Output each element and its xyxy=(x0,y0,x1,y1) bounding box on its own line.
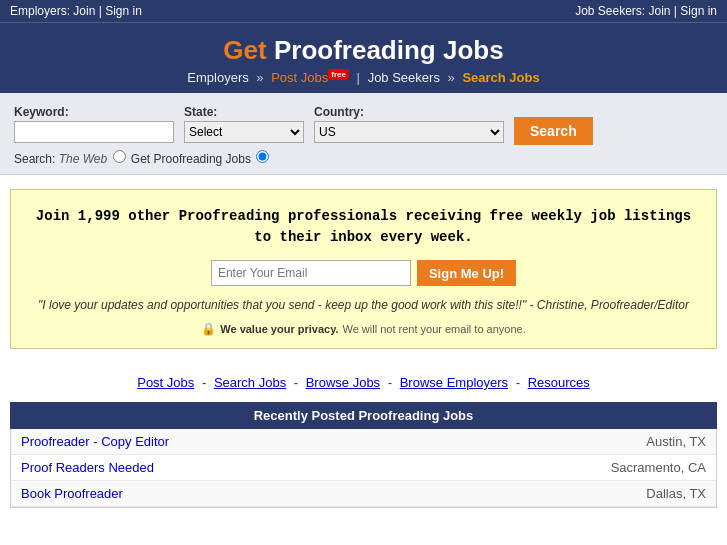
nav-sep-3: » xyxy=(448,70,455,85)
search-site-label: Get Proofreading Jobs xyxy=(131,152,251,166)
job-title-link[interactable]: Proof Readers Needed xyxy=(21,460,154,475)
search-web-radio[interactable] xyxy=(113,150,126,163)
post-jobs-link[interactable]: Post Jobs xyxy=(271,70,328,85)
jobseekers-top-link[interactable]: Job Seekers: Join | Sign in xyxy=(575,4,717,18)
nav-sep-1: » xyxy=(256,70,263,85)
recently-posted-section: Recently Posted Proofreading Jobs Proofr… xyxy=(10,402,717,508)
privacy-row: 🔒 We value your privacy. We will not ren… xyxy=(25,322,702,336)
keyword-label: Keyword: xyxy=(14,105,174,119)
header-nav: Employers » Post Jobsfree | Job Seekers … xyxy=(0,70,727,85)
job-location: Dallas, TX xyxy=(646,486,706,501)
table-row: Proofreader - Copy Editor Austin, TX xyxy=(11,429,716,455)
state-field-group: State: SelectAlabamaAlaskaArizonaArkansa… xyxy=(184,105,304,143)
nav-links-bar: Post Jobs - Search Jobs - Browse Jobs - … xyxy=(0,363,727,402)
nav-link-post-jobs[interactable]: Post Jobs xyxy=(137,375,194,390)
employers-top-link[interactable]: Employers: Join | Sign in xyxy=(10,4,142,18)
email-input[interactable] xyxy=(211,260,411,286)
search-web-label: The Web xyxy=(59,152,107,166)
job-list: Proofreader - Copy Editor Austin, TX Pro… xyxy=(10,429,717,508)
search-jobs-link[interactable]: Search Jobs xyxy=(462,70,539,85)
nav-link-browse-employers[interactable]: Browse Employers xyxy=(400,375,508,390)
nav-link-resources[interactable]: Resources xyxy=(528,375,590,390)
country-field-group: Country: USCanadaUnited KingdomAustralia xyxy=(314,105,504,143)
country-select[interactable]: USCanadaUnited KingdomAustralia xyxy=(314,121,504,143)
site-title: Get Proofreading Jobs xyxy=(0,35,727,66)
keyword-input[interactable] xyxy=(14,121,174,143)
search-bar: Keyword: State: SelectAlabamaAlaskaArizo… xyxy=(0,93,727,175)
country-label: Country: xyxy=(314,105,504,119)
table-row: Proof Readers Needed Sacramento, CA xyxy=(11,455,716,481)
job-title: Book Proofreader xyxy=(21,486,123,501)
nav-sep: - xyxy=(198,375,210,390)
employers-link[interactable]: Employers xyxy=(187,70,248,85)
job-title: Proofreader - Copy Editor xyxy=(21,434,169,449)
state-select[interactable]: SelectAlabamaAlaskaArizonaArkansasCalifo… xyxy=(184,121,304,143)
title-main: Proofreading Jobs xyxy=(267,35,504,65)
nav-sep: - xyxy=(384,375,396,390)
top-bar: Employers: Join | Sign in Job Seekers: J… xyxy=(0,0,727,22)
job-title-link[interactable]: Proofreader - Copy Editor xyxy=(21,434,169,449)
job-seekers-link[interactable]: Job Seekers xyxy=(368,70,440,85)
privacy-strong: We value your privacy. xyxy=(220,323,338,335)
nav-sep: - xyxy=(512,375,524,390)
search-web-row: Search: The Web Get Proofreading Jobs xyxy=(14,150,713,166)
search-fields: Keyword: State: SelectAlabamaAlaskaArizo… xyxy=(14,103,713,145)
keyword-field-group: Keyword: xyxy=(14,105,174,143)
table-row: Book Proofreader Dallas, TX xyxy=(11,481,716,507)
state-label: State: xyxy=(184,105,304,119)
nav-sep: - xyxy=(290,375,302,390)
title-get: Get xyxy=(223,35,266,65)
nav-link-browse-jobs[interactable]: Browse Jobs xyxy=(306,375,380,390)
job-location: Austin, TX xyxy=(646,434,706,449)
privacy-sub: We will not rent your email to anyone. xyxy=(342,323,525,335)
newsletter-form: Sign Me Up! xyxy=(25,260,702,286)
newsletter-main-text: Join 1,999 other Proofreading profession… xyxy=(25,206,702,248)
site-header: Get Proofreading Jobs Employers » Post J… xyxy=(0,22,727,93)
testimonial-text: "I love your updates and opportunities t… xyxy=(25,296,702,314)
search-site-radio[interactable] xyxy=(256,150,269,163)
job-title-link[interactable]: Book Proofreader xyxy=(21,486,123,501)
job-location: Sacramento, CA xyxy=(611,460,706,475)
newsletter-section: Join 1,999 other Proofreading profession… xyxy=(10,189,717,349)
free-badge: free xyxy=(328,69,349,80)
signup-button[interactable]: Sign Me Up! xyxy=(417,260,516,286)
search-button[interactable]: Search xyxy=(514,117,593,145)
nav-sep-2: | xyxy=(357,70,360,85)
search-label: Search: xyxy=(14,152,59,166)
recently-posted-header: Recently Posted Proofreading Jobs xyxy=(10,402,717,429)
lock-icon: 🔒 xyxy=(201,322,216,336)
job-title: Proof Readers Needed xyxy=(21,460,154,475)
nav-link-search-jobs[interactable]: Search Jobs xyxy=(214,375,286,390)
